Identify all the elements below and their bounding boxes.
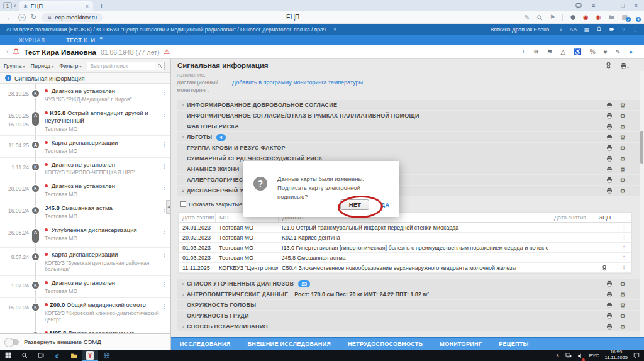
notification-center-icon[interactable]	[633, 352, 640, 358]
bottom-tab[interactable]: НЕТРУДОСПОСОБНОСТЬ	[348, 341, 423, 347]
collections-folder-icon[interactable]	[608, 14, 615, 21]
kebab-menu-icon[interactable]	[160, 251, 168, 272]
kebab-menu-icon[interactable]	[160, 226, 168, 244]
app-globe-icon[interactable]	[98, 350, 114, 361]
add-patient-icon[interactable]: +	[521, 48, 525, 55]
filter-dropdown[interactable]: Фильтр▾	[59, 63, 81, 69]
yandex-button[interactable]: Я	[18, 14, 26, 21]
notifications-bell-icon[interactable]	[596, 26, 602, 32]
reload-button[interactable]: ↻	[31, 13, 36, 21]
taskbar-clock[interactable]: 16:5911.11.2025	[605, 350, 628, 360]
gear-icon[interactable]: ⚙	[620, 155, 626, 162]
accordion-section[interactable]: ОКРУЖНОСТЬ ГРУДИ ⚙	[177, 311, 640, 321]
gear-icon[interactable]: ⚙	[620, 166, 626, 173]
bottom-tab[interactable]: МОНИТОРИНГ	[440, 341, 482, 347]
accordion-section[interactable]: ИНФОРМИРОВАННОЕ СОГЛАСИЕ/ОТКАЗ В РАМКАХ …	[177, 111, 640, 121]
app-tab[interactable]: ЖУРНАЛ	[19, 37, 45, 43]
chat-icon[interactable]	[575, 3, 582, 9]
breadcrumb[interactable]: АРМ врача поликлиники (Ext.JS 6) / КОГКБ…	[6, 26, 330, 33]
print-icon[interactable]	[606, 323, 613, 330]
list-item[interactable]: 8.07.24 А Карта диспансеризации КОГБУЗ "…	[0, 248, 170, 276]
print-icon[interactable]	[606, 177, 613, 183]
zoom-page-icon[interactable]	[536, 14, 543, 21]
wheelchair-icon[interactable]: ♿	[574, 48, 581, 55]
bookmark-icon[interactable]: ⚑	[550, 14, 555, 21]
snowflake-icon[interactable]: ❄	[533, 48, 538, 55]
patient-name[interactable]: Тест Кира Ивановна	[24, 48, 96, 56]
percent-icon[interactable]: %	[590, 48, 596, 55]
accordion-section[interactable]: › СПОСОБ ВСКАРМЛИВАНИЯ ⚙	[177, 321, 640, 331]
accordion-section[interactable]: › ЛЬГОТЫ 4 ⚙	[177, 132, 640, 142]
gear-icon[interactable]: ⚙	[620, 177, 626, 184]
window-close-button[interactable]: ×	[635, 3, 638, 9]
print-icon[interactable]	[606, 313, 613, 319]
list-item[interactable]: 16.09.24 К J45.8 Смешанная астма Тестова…	[0, 201, 170, 223]
kebab-menu-icon[interactable]: ⋮	[616, 235, 631, 241]
gear-icon[interactable]: ⚙	[620, 134, 626, 141]
edit-page-icon[interactable]: ✎	[525, 14, 530, 21]
bottom-tab[interactable]: ВНЕШНИЕ ИССЛЕДОВАНИЯ	[248, 341, 331, 347]
list-item[interactable]: 15.02.24 К Z00.0 Общий медицинский осмот…	[0, 298, 170, 326]
tab-counter[interactable]: 1	[3, 2, 12, 9]
col-header[interactable]: Дата взятия	[179, 213, 215, 222]
list-item[interactable]: 15.09.2515.09.25 А K35.8 Острый аппендиц…	[0, 106, 170, 136]
print-icon[interactable]	[606, 145, 613, 151]
gear-icon[interactable]: ⚙	[620, 280, 626, 287]
kebab-menu-icon[interactable]	[160, 161, 168, 176]
task-view-icon[interactable]	[33, 350, 49, 361]
table-row[interactable]: 01.03.2023 Тестовая МО I13.0 Гипертензив…	[179, 243, 631, 253]
internet-explorer-icon[interactable]: e	[49, 350, 65, 361]
building-icon[interactable]: ▦	[584, 26, 589, 33]
tray-expand-icon[interactable]: ∧	[556, 353, 560, 358]
pencil-icon[interactable]: ✎	[616, 48, 621, 55]
monitoring-link[interactable]: Добавить в программу мониторинга темпера…	[232, 79, 363, 94]
extension-icon[interactable]: ◉	[583, 14, 589, 21]
col-header[interactable]: Дата снятия	[550, 213, 589, 222]
sidebar-collapse-handle[interactable]: ◂	[166, 200, 171, 214]
url-field[interactable]: ecp.medkirov.ru	[42, 13, 103, 22]
scrollbar[interactable]	[640, 71, 644, 337]
print-icon[interactable]	[606, 166, 613, 172]
heart-icon[interactable]: ♥	[604, 48, 608, 55]
table-row[interactable]: 24.01.2023 Тестовая МО I21.0 Острый тран…	[179, 223, 631, 233]
expand-semd-toggle[interactable]	[5, 339, 19, 345]
gear-icon[interactable]: ⚙	[620, 291, 626, 298]
kebab-menu-icon[interactable]: ⋮	[632, 26, 638, 33]
list-item[interactable]: 30.01.24 К M05.8 Другие серопозитивные р…	[0, 326, 170, 333]
volume-icon[interactable]	[577, 350, 584, 361]
network-icon[interactable]	[565, 352, 572, 358]
tab-close-icon[interactable]: ×	[86, 3, 89, 9]
main-scroll-area[interactable]: положение: Дистанционный мониторинг: Доб…	[171, 71, 640, 337]
browser-tab-active[interactable]: ❄ ЕЦП ×	[19, 1, 93, 11]
gear-icon[interactable]: ⚙	[620, 302, 626, 309]
gear-icon[interactable]: ⚙	[620, 187, 626, 194]
browser-menu-icon[interactable]: ≡	[592, 3, 595, 9]
print-icon[interactable]	[606, 155, 613, 162]
list-item[interactable]: 20.09.24 К Диагноз не установлен Тестова…	[0, 179, 170, 201]
kebab-menu-icon[interactable]: ⋮	[616, 255, 631, 261]
accordion-section[interactable]: › ИНФОРМИРОВАННОЕ ДОБРОВОЛЬНОЕ СОГЛАСИЕ …	[177, 100, 640, 110]
table-row[interactable]: 01.03.2023 Тестовая МО J45.8 Смешанная а…	[179, 253, 631, 263]
list-item[interactable]: 1.11.24 К Диагноз не установлен КОГБУЗ "…	[0, 158, 170, 180]
accordion-section[interactable]: › АНТРОПОМЕТРИЧЕСКИЕ ДАННЫЕ Рост: 170.0 …	[177, 289, 640, 299]
downloads-icon[interactable]: ↓4	[635, 14, 638, 21]
gear-icon[interactable]: ⚙	[620, 123, 626, 130]
globe-icon[interactable]: ●	[629, 48, 633, 55]
window-maximize-button[interactable]: □	[621, 3, 624, 9]
print-icon[interactable]	[606, 291, 613, 297]
warning-icon[interactable]: ⚠	[164, 48, 170, 56]
font-size-icon[interactable]: АА	[569, 26, 577, 33]
col-header[interactable]: ЭЦП	[589, 213, 616, 222]
tab-list-caret-icon[interactable]: ∨	[13, 3, 16, 8]
gear-icon[interactable]: ⚙	[620, 102, 626, 109]
flag-icon[interactable]: ⚑	[547, 48, 553, 55]
app-tab-close-icon[interactable]: ×	[99, 35, 103, 41]
search-input[interactable]	[87, 62, 155, 70]
kebab-menu-icon[interactable]	[160, 109, 168, 132]
signed-doc-icon[interactable]: ▤✓	[622, 14, 628, 21]
kebab-menu-icon[interactable]: ⋮	[616, 225, 631, 231]
gear-icon[interactable]: ⚙	[620, 113, 626, 119]
table-row[interactable]: 20.02.2023 Тестовая МО K02.1 Кариес дент…	[179, 233, 631, 243]
accordion-section[interactable]: ГРУППА КРОВИ И РЕЗУС ФАКТОР ⚙	[177, 143, 640, 153]
kebab-menu-icon[interactable]	[160, 139, 168, 154]
